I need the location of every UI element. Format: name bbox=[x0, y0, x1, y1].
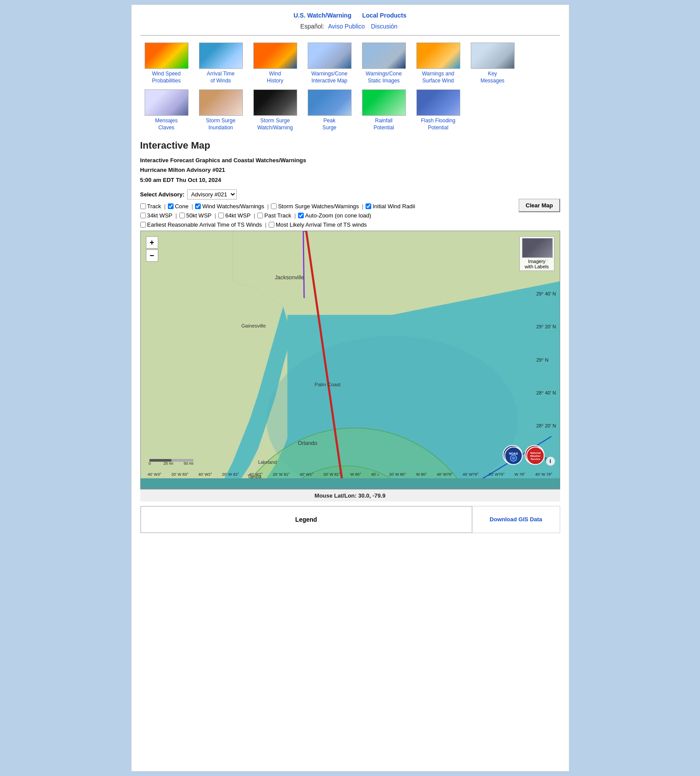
storm-surge-checkbox[interactable] bbox=[271, 203, 277, 209]
svg-text:25 mi: 25 mi bbox=[163, 461, 173, 465]
product-label-wind-speed-prob: Wind SpeedProbabilities bbox=[152, 71, 181, 84]
imagery-with-labels-button[interactable]: Imagerywith Labels bbox=[519, 236, 554, 271]
auto-zoom-label[interactable]: Auto-Zoom (on cone load) bbox=[298, 212, 371, 219]
wind-watches-checkbox[interactable] bbox=[195, 203, 201, 209]
most-likely-arrival-label[interactable]: Most Likely Arrival Time of TS winds bbox=[269, 221, 367, 228]
svg-text:Gainesville: Gainesville bbox=[241, 323, 266, 328]
svg-line-12 bbox=[303, 231, 304, 298]
product-rainfall[interactable]: RainfallPotential bbox=[358, 88, 410, 133]
top-nav: U.S. Watch/Warning Local Products bbox=[140, 11, 560, 19]
interactive-map[interactable]: Jacksonville Gainesville Palm Coast Orla… bbox=[140, 231, 560, 489]
checkboxes-row-2: 34kt WSP | 50kt WSP | 64kt WSP | Past Tr… bbox=[140, 212, 560, 219]
product-thumb-warn-surface bbox=[416, 43, 460, 69]
aviso-link[interactable]: Aviso Publico bbox=[328, 23, 365, 30]
legend-label: Legend bbox=[141, 506, 472, 533]
product-thumb-wind-history bbox=[253, 43, 297, 69]
product-arrival-time[interactable]: Arrival Timeof Winds bbox=[195, 41, 247, 86]
legend-bar: Legend Download GIS Data bbox=[140, 506, 560, 533]
nav-watch-warning[interactable]: U.S. Watch/Warning bbox=[294, 12, 352, 19]
svg-text:Lakeland: Lakeland bbox=[258, 459, 277, 464]
wsp64-label[interactable]: 64kt WSP bbox=[218, 212, 251, 219]
lon-label: 20' W 81° bbox=[323, 472, 341, 477]
cone-label[interactable]: Cone bbox=[168, 203, 188, 210]
lon-label: 40' W2° bbox=[198, 472, 212, 477]
divider bbox=[140, 35, 560, 36]
product-surge-watch[interactable]: Storm SurgeWatch/Warning bbox=[249, 88, 302, 133]
product-thumb-surge-watch bbox=[253, 89, 297, 116]
download-gis-link[interactable]: Download GIS Data bbox=[490, 516, 542, 523]
discusion-link[interactable]: Discusión bbox=[371, 23, 398, 30]
map-info-line2: Hurricane Milton Advisory #021 bbox=[140, 165, 560, 175]
auto-zoom-checkbox[interactable] bbox=[298, 213, 304, 218]
zoom-out-button[interactable]: − bbox=[146, 249, 158, 262]
lat-label: 28° 20' N bbox=[536, 423, 556, 428]
product-thumb-arrival-time bbox=[199, 43, 243, 69]
product-thumb-rainfall bbox=[362, 89, 406, 116]
earliest-arrival-checkbox[interactable] bbox=[140, 222, 146, 228]
wsp34-checkbox[interactable] bbox=[140, 213, 146, 218]
past-track-checkbox[interactable] bbox=[257, 213, 263, 218]
wsp50-checkbox[interactable] bbox=[179, 213, 185, 218]
legend-download: Download GIS Data bbox=[472, 506, 560, 533]
product-cone-static[interactable]: Warnings/ConeStatic Images bbox=[358, 41, 410, 86]
advisory-select[interactable]: Advisory #021Advisory #020Advisory #019A… bbox=[187, 189, 237, 199]
checkboxes-row-1: Track | Cone | Wind Watches/Warnings | S… bbox=[140, 203, 560, 210]
svg-text:Weather: Weather bbox=[530, 455, 540, 457]
storm-surge-label[interactable]: Storm Surge Watches/Warnings bbox=[271, 203, 359, 210]
svg-text:Orlando: Orlando bbox=[298, 440, 317, 446]
product-wind-history[interactable]: WindHistory bbox=[249, 41, 302, 86]
most-likely-arrival-checkbox[interactable] bbox=[269, 222, 274, 228]
product-label-wind-history: WindHistory bbox=[267, 71, 283, 84]
nav-local-products[interactable]: Local Products bbox=[362, 12, 406, 19]
info-button[interactable]: i bbox=[546, 456, 555, 466]
mouse-latlon: Mouse Lat/Lon: 30.0, -79.9 bbox=[140, 489, 560, 502]
lon-label: 20' W 80° bbox=[389, 472, 406, 477]
select-advisory-label: Select Advisory: bbox=[140, 191, 185, 198]
wind-watches-label[interactable]: Wind Watches/Warnings bbox=[195, 203, 264, 210]
map-section-title: Interactive Map bbox=[140, 140, 560, 151]
clear-map-button[interactable]: Clear Map bbox=[519, 199, 560, 212]
wsp34-label[interactable]: 34kt WSP bbox=[140, 212, 173, 219]
initial-wind-radii-checkbox[interactable] bbox=[366, 203, 371, 209]
svg-text:National: National bbox=[530, 452, 540, 454]
product-surge-inundation[interactable]: Storm SurgeInundation bbox=[195, 88, 247, 133]
espanol-row: Español: Aviso Publico Discusión bbox=[140, 23, 560, 30]
track-checkbox[interactable] bbox=[140, 203, 146, 209]
imagery-thumb bbox=[522, 238, 553, 258]
past-track-label[interactable]: Past Track bbox=[257, 212, 291, 219]
products-grid: Wind SpeedProbabilitiesArrival Timeof Wi… bbox=[140, 41, 560, 133]
svg-text:Jacksonville: Jacksonville bbox=[274, 274, 304, 281]
product-mensajes[interactable]: MensajesClaves bbox=[140, 88, 193, 133]
product-thumb-mensajes bbox=[145, 89, 188, 116]
product-wind-speed-prob[interactable]: Wind SpeedProbabilities bbox=[140, 41, 193, 86]
lon-labels: 40' W3°20' W 83°40' W2°20' W 82°40' W2°2… bbox=[141, 472, 560, 477]
lat-label: 28° 40' N bbox=[536, 390, 556, 395]
earliest-arrival-label[interactable]: Earliest Reasonable Arrival Time of TS W… bbox=[140, 221, 262, 228]
product-thumb-key-messages bbox=[471, 43, 515, 69]
zoom-in-button[interactable]: + bbox=[146, 236, 158, 249]
lon-label: 20' W79° bbox=[489, 472, 505, 477]
product-thumb-cone-static bbox=[362, 43, 406, 69]
product-thumb-peak-surge bbox=[308, 89, 352, 116]
lon-label: 40' W3° bbox=[148, 472, 161, 477]
product-cone-interactive[interactable]: Warnings/ConeInteractive Map bbox=[303, 41, 356, 86]
product-label-surge-inundation: Storm SurgeInundation bbox=[206, 117, 235, 131]
cone-checkbox[interactable] bbox=[168, 203, 174, 209]
wsp50-label[interactable]: 50kt WSP bbox=[179, 212, 212, 219]
product-peak-surge[interactable]: PeakSurge bbox=[303, 88, 356, 133]
track-label[interactable]: Track bbox=[140, 203, 161, 210]
svg-point-27 bbox=[505, 447, 522, 464]
product-label-peak-surge: PeakSurge bbox=[322, 117, 336, 131]
wsp64-checkbox[interactable] bbox=[218, 213, 224, 218]
noaa-logos: NOAA National Weather Service bbox=[503, 445, 544, 465]
map-info-line1: Interactive Forecast Graphics and Coasta… bbox=[140, 156, 560, 165]
initial-wind-radii-label[interactable]: Initial Wind Radii bbox=[366, 203, 415, 210]
product-warn-surface[interactable]: Warnings andSurface Wind bbox=[412, 41, 465, 86]
svg-text:0: 0 bbox=[149, 461, 151, 465]
product-flash-flood[interactable]: Flash FloodingPotential bbox=[412, 88, 465, 133]
lon-label: 20' W 83° bbox=[171, 472, 188, 477]
lon-label: W 78° bbox=[515, 472, 526, 477]
lon-label: 20' W 82° bbox=[222, 472, 239, 477]
product-key-messages[interactable]: KeyMessages bbox=[466, 41, 519, 86]
lat-label: 29° N bbox=[536, 357, 556, 363]
